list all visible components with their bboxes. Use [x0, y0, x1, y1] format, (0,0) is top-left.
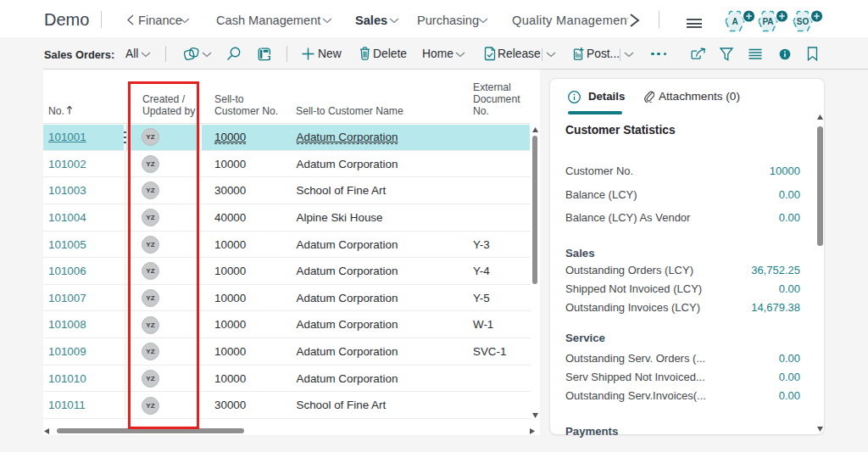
svg-text:SO: SO: [796, 17, 809, 26]
svg-text:PA: PA: [762, 17, 773, 26]
svg-text:A: A: [732, 17, 737, 26]
